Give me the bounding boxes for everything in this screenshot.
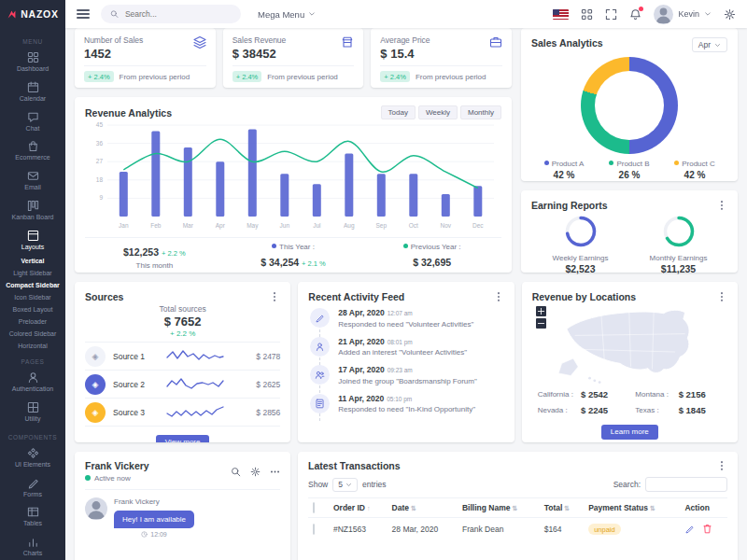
sidebar-subitem-preloader[interactable]: Preloader xyxy=(0,315,65,328)
map-zoom-in-button[interactable] xyxy=(536,306,546,316)
settings-gear-icon[interactable] xyxy=(724,8,736,21)
menu-toggle-icon[interactable] xyxy=(77,7,90,21)
column-header-order-id[interactable]: Order ID↑ xyxy=(329,498,388,518)
delete-icon[interactable] xyxy=(702,524,712,534)
this-year-delta: + 2.1 % xyxy=(302,259,326,268)
sidebar-item-label: Authentication xyxy=(12,385,53,392)
column-header-date[interactable]: Date⇅ xyxy=(388,498,458,518)
select-all-checkbox[interactable] xyxy=(313,502,315,513)
sources-list: ◈Source 1$ 2478◈Source 2$ 2625◈Source 3$… xyxy=(85,342,280,426)
earning-amount: $11,235 xyxy=(629,263,727,274)
chat-icon xyxy=(27,111,39,123)
page-size-select[interactable]: 5 xyxy=(332,478,358,492)
svg-text:Jun: Jun xyxy=(280,222,290,229)
table-search-input[interactable] xyxy=(645,477,727,492)
earning-radial-chart xyxy=(629,215,727,252)
edit-icon[interactable] xyxy=(684,524,695,534)
column-header-billing-name[interactable]: Billing Name⇅ xyxy=(458,498,540,518)
chevron-down-icon xyxy=(704,10,712,18)
kebab-menu-icon[interactable] xyxy=(716,291,727,302)
chat-settings-icon[interactable] xyxy=(250,467,261,477)
ecommerce-icon xyxy=(27,140,39,152)
sidebar-item-layouts[interactable]: Layouts xyxy=(0,226,65,256)
chat-message-bubble: Hey! I am available xyxy=(114,511,194,528)
stat-card-sales-revenue: Sales Revenue$ 38452+ 2.4%From previous … xyxy=(223,28,364,88)
sort-icon: ⇅ xyxy=(650,505,655,511)
sidebar-item-calendar[interactable]: Calendar xyxy=(0,77,65,107)
activity-item: 11 Apr, 202005:10 pmResponded to need "I… xyxy=(310,394,503,414)
map-zoom-out-button[interactable] xyxy=(536,318,546,329)
svg-text:Sep: Sep xyxy=(376,222,388,230)
notifications-bell-icon[interactable] xyxy=(629,8,641,21)
sidebar-item-ecommerce[interactable]: Ecommerce xyxy=(0,136,65,166)
source-name: Source 2 xyxy=(113,380,158,389)
learn-more-button[interactable]: Learn more xyxy=(601,425,658,440)
table-search-label: Search: xyxy=(613,480,641,489)
kebab-menu-icon[interactable] xyxy=(493,291,504,302)
kebab-menu-icon[interactable] xyxy=(269,291,280,302)
view-more-button[interactable]: View more xyxy=(156,435,210,443)
user-menu[interactable]: Kevin xyxy=(654,5,712,24)
location-value: $ 2542 xyxy=(581,389,629,399)
revenue-btn-today[interactable]: Today xyxy=(381,105,416,119)
prev-year-label: Previous Year : xyxy=(411,243,461,251)
store-icon xyxy=(341,35,354,49)
sidebar-item-dashboard[interactable]: Dashboard xyxy=(0,48,65,77)
kebab-menu-icon[interactable] xyxy=(716,460,727,471)
mega-menu-button[interactable]: Mega Menu xyxy=(258,9,316,20)
sidebar-item-email[interactable]: Email xyxy=(0,166,65,196)
sidebar-section-label: MENU xyxy=(0,38,65,45)
revenue-btn-weekly[interactable]: Weekly xyxy=(418,105,458,119)
kebab-menu-icon[interactable] xyxy=(716,200,727,211)
sidebar-subitem-boxed-layout[interactable]: Boxed Layout xyxy=(0,303,65,315)
sidebar-item-charts[interactable]: Charts xyxy=(0,532,65,560)
sales-period-select[interactable]: Apr xyxy=(692,37,727,52)
sidebar-item-forms[interactable]: Forms xyxy=(0,473,65,503)
column-header-action[interactable]: Action xyxy=(680,498,727,518)
activity-text: Added an interest "Volunteer Activities" xyxy=(338,348,467,357)
earning-item-monthly-earnings: Monthly Earnings$11,235 xyxy=(629,215,727,274)
sidebar-subitem-vertical[interactable]: Vertical xyxy=(0,255,65,267)
chat-more-icon[interactable] xyxy=(270,467,280,477)
earning-label: Monthly Earnings xyxy=(629,254,727,262)
sidebar-subitem-colored-sidebar[interactable]: Colored Sidebar xyxy=(0,328,65,340)
revenue-locations-card: Revenue by Locations California :$ 2542M… xyxy=(522,282,738,442)
sales-analytics-card: Sales Analytics Apr Product A42 %Product… xyxy=(521,28,738,181)
row-checkbox[interactable] xyxy=(313,524,315,535)
column-header-total[interactable]: Total⇅ xyxy=(540,498,584,518)
source-sparkline xyxy=(165,346,248,367)
activity-time: 08:01 pm xyxy=(388,339,413,345)
svg-text:9: 9 xyxy=(99,194,103,201)
activity-time: 12:07 am xyxy=(388,310,413,316)
card-title: Earning Reports xyxy=(531,200,608,211)
sidebar-item-authentication[interactable]: Authentication xyxy=(0,368,65,398)
charts-icon xyxy=(27,536,39,548)
apps-grid-icon[interactable] xyxy=(581,8,593,21)
legend-dot xyxy=(544,161,549,165)
sidebar-item-kanban-board[interactable]: Kanban Board xyxy=(0,196,65,226)
fullscreen-icon[interactable] xyxy=(605,8,617,21)
search-input[interactable] xyxy=(123,8,232,20)
sidebar-item-utility[interactable]: Utility xyxy=(0,398,65,427)
utility-icon xyxy=(27,401,39,413)
revenue-btn-monthly[interactable]: Monthly xyxy=(460,105,501,119)
logo[interactable]: NAZOX xyxy=(0,0,65,28)
chat-message-time: 12:09 xyxy=(150,531,167,538)
sidebar-subitem-light-sidebar[interactable]: Light Sidebar xyxy=(0,267,65,279)
legend-item-product-b: Product B26 % xyxy=(597,160,662,180)
chat-sender-name: Frank Vickery xyxy=(114,497,194,506)
sidebar-item-chat[interactable]: Chat xyxy=(0,107,65,137)
svg-text:36: 36 xyxy=(96,140,104,147)
sidebar-item-ui-elements[interactable]: UI Elements xyxy=(0,443,65,473)
sidebar-subitem-compact-sidebar[interactable]: Compact Sidebar xyxy=(0,279,65,291)
source-row-source-1: ◈Source 1$ 2478 xyxy=(85,342,280,370)
sidebar-subitem-icon-sidebar[interactable]: Icon Sidebar xyxy=(0,291,65,303)
transactions-table: Order ID↑Date⇅Billing Name⇅Total⇅Payment… xyxy=(308,497,727,539)
column-header-payment-status[interactable]: Payment Status⇅ xyxy=(584,498,680,518)
sidebar-item-label: Chat xyxy=(26,125,40,132)
sidebar-item-tables[interactable]: Tables xyxy=(0,502,65,532)
language-flag-button[interactable] xyxy=(553,9,569,20)
chat-search-icon[interactable] xyxy=(231,467,241,477)
sidebar-subitem-horizontal[interactable]: Horizontal xyxy=(0,340,65,352)
auth-icon xyxy=(27,371,39,384)
